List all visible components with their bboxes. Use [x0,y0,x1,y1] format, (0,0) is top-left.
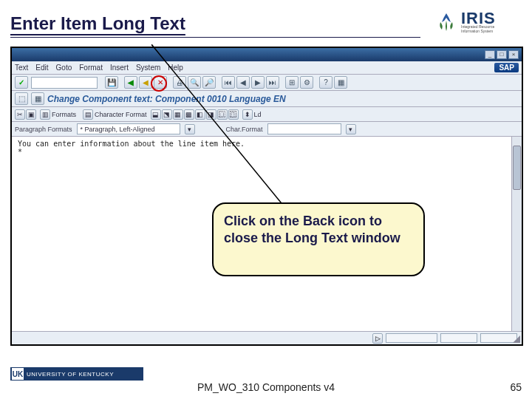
page-number: 65 [510,381,522,393]
status-bar: ▷ [12,331,522,344]
tool-icon-c[interactable]: ▦ [173,109,183,120]
save-button[interactable]: 💾 [105,76,118,89]
tool-icon-d[interactable]: ▩ [184,109,194,120]
menu-system[interactable]: System [136,64,160,72]
maximize-button[interactable]: □ [497,50,507,59]
slide-title: Enter Item Long Text [10,13,185,34]
first-page-button[interactable]: ⏮ [222,76,235,89]
screen-title-bar: ⬚ ▦ Change Component text: Component 001… [12,91,522,107]
tool-icon-e[interactable]: ◧ [195,109,205,120]
tool-icon-f[interactable]: ◨ [206,109,216,120]
menu-goto[interactable]: Goto [56,64,72,72]
minimize-button[interactable]: _ [485,50,495,59]
close-button[interactable]: × [508,50,519,59]
menu-insert[interactable]: Insert [110,64,129,72]
next-page-button[interactable]: ▶ [251,76,265,89]
iris-logo-text: IRIS [461,11,496,26]
cancel-button[interactable]: ✕ [154,76,167,89]
paragraph-format-value[interactable]: * Paragraph, Left-Aligned [77,123,180,134]
status-nav-icon[interactable]: ▷ [372,333,383,344]
print-button[interactable]: 🖨 [173,76,186,89]
formats-icon[interactable]: ▥ [40,109,50,120]
tool-icon-b[interactable]: ⬔ [162,109,172,120]
menu-format[interactable]: Format [79,64,103,72]
subtitle-icon-2[interactable]: ▦ [31,92,44,105]
uk-badge: UK [12,368,24,380]
tool-icon-a[interactable]: ⬓ [151,109,161,120]
subtitle-icon-1[interactable]: ⬚ [15,92,28,105]
footer-text: PM_WO_310 Components v4 [197,381,335,393]
editor-line-1: You can enter information about the line… [18,140,516,148]
menubar: Text Edit Goto Format Insert System Help… [12,61,522,75]
load-label[interactable]: Ld [254,111,262,118]
editor-line-2: * [18,148,516,156]
enter-button[interactable]: ✓ [15,76,28,89]
char-dropdown-icon[interactable]: ▾ [346,124,356,134]
format-field-row: Paragraph Formats * Paragraph, Left-Alig… [12,122,522,137]
tool-icon-h[interactable]: ⿵ [228,109,239,120]
char-format-value[interactable] [267,123,341,134]
menu-edit[interactable]: Edit [35,64,48,72]
help-button[interactable]: ? [319,76,332,89]
iris-tagline-2: Information System [461,30,496,34]
instruction-callout: Click on the Back icon to close the Long… [212,202,425,276]
menu-text[interactable]: Text [15,64,28,72]
paragraph-format-label: Paragraph Formats [15,126,72,133]
load-icon[interactable]: ⬍ [242,109,253,120]
formats-label[interactable]: Formats [52,111,76,118]
sap-logo: SAP [494,63,519,72]
uk-logo: UK UNIVERSITY OF KENTUCKY [10,367,143,381]
exit-button[interactable]: ◀ [139,76,152,89]
tool-icon-g[interactable]: ⿴ [217,109,228,120]
paragraph-dropdown-icon[interactable]: ▾ [185,124,195,134]
window-titlebar: _ □ × [12,48,522,61]
back-button[interactable]: ◀ [124,76,137,89]
prev-page-button[interactable]: ◀ [236,76,250,89]
copy-icon[interactable]: ▣ [26,109,36,120]
iris-flower-icon [434,10,458,34]
status-box-2 [440,333,477,343]
scrollbar-thumb[interactable] [513,146,521,190]
resize-grip-icon[interactable] [513,335,520,343]
char-format-icon[interactable]: ▤ [83,109,93,120]
layout-button[interactable]: ▦ [334,76,347,89]
standard-toolbar: ✓ 💾 ◀ ◀ ✕ 🖨 🔍 🔎 ⏮ ◀ ▶ ⏭ ⊞ ⚙ ? ▦ [12,75,522,91]
find-button[interactable]: 🔍 [188,76,201,89]
uk-name: UNIVERSITY OF KENTUCKY [27,371,114,378]
iris-logo: IRIS Integrated Resource Information Sys… [434,7,522,37]
screen-subtitle: Change Component text: Component 0010 La… [47,94,286,104]
sap-window: _ □ × Text Edit Goto Format Insert Syste… [10,47,523,346]
back-icon: ◀ [128,78,134,86]
shortcut-button[interactable]: ⚙ [300,76,313,89]
menu-help[interactable]: Help [168,64,183,72]
last-page-button[interactable]: ⏭ [266,76,279,89]
command-field[interactable] [31,77,98,89]
callout-text: Click on the Back icon to close the Long… [224,214,400,245]
status-box-3 [480,333,517,343]
cut-icon[interactable]: ✂ [15,109,25,120]
char-format-field-label: Char.Format [226,126,263,133]
char-format-label[interactable]: Character Format [95,111,147,118]
app-toolbar: ✂ ▣ ▥Formats ▤Character Format ⬓ ⬔ ▦ ▩ ◧… [12,107,522,122]
create-session-button[interactable]: ⊞ [285,76,299,89]
find-next-button[interactable]: 🔎 [202,76,216,89]
vertical-scrollbar[interactable] [511,137,522,344]
title-underline [10,37,420,38]
status-box-1 [386,333,437,343]
